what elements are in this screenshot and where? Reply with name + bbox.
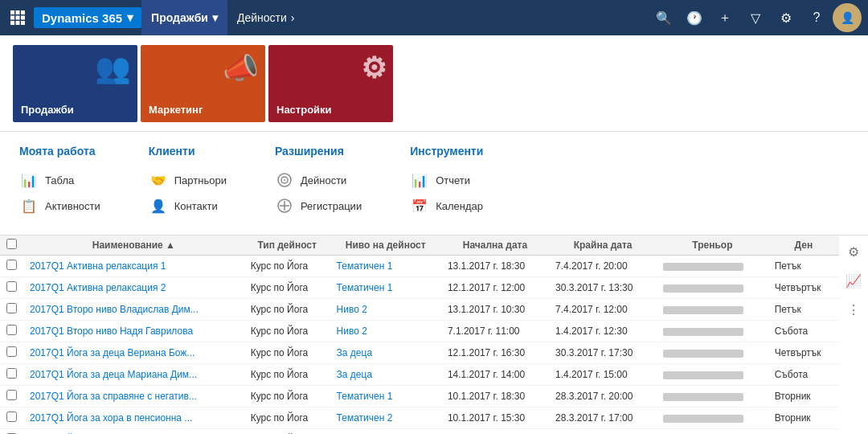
row-level-8[interactable]: Тематичен 1 bbox=[330, 429, 441, 435]
row-checkbox-1[interactable] bbox=[0, 277, 23, 299]
row-name-8[interactable]: 2017Q1 Йога практика според акр... bbox=[23, 429, 244, 435]
row-level-2[interactable]: Ниво 2 bbox=[330, 299, 441, 321]
row-checkbox-3[interactable] bbox=[0, 321, 23, 342]
activities-nav-item[interactable]: Дейности › bbox=[227, 0, 305, 35]
col-type[interactable]: Тип дейност bbox=[244, 235, 330, 256]
row-level-7[interactable]: Тематичен 2 bbox=[330, 407, 441, 429]
row-end-8: 1.4.2017 г. 10:30 bbox=[549, 429, 657, 435]
mega-item-contacts[interactable]: 👤 Контакти bbox=[149, 193, 227, 219]
row-checkbox-4[interactable] bbox=[0, 342, 23, 364]
row-trainer-0 bbox=[657, 256, 768, 277]
col-start[interactable]: Начална дата bbox=[441, 235, 549, 256]
data-table-wrap[interactable]: Наименование ▲ Тип дейност Ниво на дейно… bbox=[0, 235, 868, 434]
user-avatar[interactable]: 👤 bbox=[833, 3, 862, 32]
row-select-2[interactable] bbox=[6, 303, 17, 313]
marketing-app-tile[interactable]: 📣 Маркетинг bbox=[141, 45, 265, 122]
row-start-1: 12.1.2017 г. 12:00 bbox=[441, 277, 549, 299]
row-day-5: Събота bbox=[768, 364, 839, 386]
mega-item-partners[interactable]: 🤝 Партньори bbox=[149, 167, 227, 193]
mega-col-my-work-title: Моята работа bbox=[19, 145, 100, 158]
sales-nav-label: Продажби bbox=[151, 11, 208, 24]
row-level-5[interactable]: За деца bbox=[330, 364, 441, 386]
col-trainer[interactable]: Треньор bbox=[657, 235, 768, 256]
row-level-1[interactable]: Тематичен 1 bbox=[330, 277, 441, 299]
reports-icon: 📊 bbox=[410, 170, 429, 190]
row-name-2[interactable]: 2017Q1 Второ ниво Владислав Дим... bbox=[23, 299, 244, 321]
col-day[interactable]: Ден bbox=[768, 235, 839, 256]
select-all-checkbox[interactable] bbox=[6, 239, 17, 249]
settings-app-tile[interactable]: ⚙ Настройки bbox=[268, 45, 393, 122]
row-checkbox-0[interactable] bbox=[0, 256, 23, 277]
brand-title: Dynamics 365 bbox=[42, 11, 122, 25]
sales-tile-icon: 👥 bbox=[95, 51, 131, 85]
row-checkbox-8[interactable] bbox=[0, 429, 23, 435]
row-day-3: Събота bbox=[768, 321, 839, 342]
row-checkbox-6[interactable] bbox=[0, 386, 23, 407]
row-select-5[interactable] bbox=[6, 368, 17, 379]
row-level-3[interactable]: Ниво 2 bbox=[330, 321, 441, 342]
row-level-0[interactable]: Тематичен 1 bbox=[330, 256, 441, 277]
add-icon[interactable]: ＋ bbox=[710, 3, 739, 32]
sales-nav-item[interactable]: Продажби ▾ bbox=[141, 0, 227, 35]
row-name-4[interactable]: 2017Q1 Йога за деца Вериана Бож... bbox=[23, 342, 244, 364]
right-panel-more-icon[interactable]: ⋮ bbox=[841, 297, 866, 322]
svg-rect-0 bbox=[10, 10, 14, 14]
waffle-menu-icon[interactable] bbox=[6, 6, 29, 29]
row-name-1[interactable]: 2017Q1 Активна релаксация 2 bbox=[23, 277, 244, 299]
col-level[interactable]: Ниво на дейност bbox=[330, 235, 441, 256]
mega-item-ext-activities[interactable]: Дейности bbox=[275, 167, 362, 193]
row-end-7: 28.3.2017 г. 17:00 bbox=[549, 407, 657, 429]
row-day-7: Вторник bbox=[768, 407, 839, 429]
settings-tile-label: Настройки bbox=[276, 104, 332, 116]
row-checkbox-5[interactable] bbox=[0, 364, 23, 386]
right-panel-gear-icon[interactable]: ⚙ bbox=[841, 239, 866, 264]
row-select-3[interactable] bbox=[6, 325, 17, 335]
svg-rect-1 bbox=[16, 10, 20, 14]
row-name-7[interactable]: 2017Q1 Йога за хора в пенсионна ... bbox=[23, 407, 244, 429]
activities-nav-chevron: › bbox=[291, 11, 295, 24]
table-row: 2017Q1 Активна релаксация 2 Курс по Йога… bbox=[0, 277, 839, 299]
row-select-1[interactable] bbox=[6, 281, 17, 292]
row-checkbox-7[interactable] bbox=[0, 407, 23, 429]
filter-icon[interactable]: ▽ bbox=[741, 3, 770, 32]
mega-item-activities[interactable]: 📋 Активности bbox=[19, 193, 100, 219]
row-select-0[interactable] bbox=[6, 260, 17, 270]
top-nav-bar: Dynamics 365 ▾ Продажби ▾ Дейности › 🔍 🕐… bbox=[0, 0, 868, 35]
row-select-4[interactable] bbox=[6, 346, 17, 357]
row-start-2: 13.1.2017 г. 10:30 bbox=[441, 299, 549, 321]
row-type-7: Курс по Йога bbox=[244, 407, 330, 429]
sales-app-tile[interactable]: 👥 Продажби bbox=[13, 45, 137, 122]
mega-item-registrations[interactable]: Регистрации bbox=[275, 193, 362, 219]
marketing-tile-label: Маркетинг bbox=[149, 104, 203, 116]
row-select-7[interactable] bbox=[6, 411, 17, 422]
row-name-6[interactable]: 2017Q1 Йога за справяне с негатив... bbox=[23, 386, 244, 407]
row-level-6[interactable]: Тематичен 1 bbox=[330, 386, 441, 407]
row-name-0[interactable]: 2017Q1 Активна релаксация 1 bbox=[23, 256, 244, 277]
row-select-6[interactable] bbox=[6, 390, 17, 400]
row-level-4[interactable]: За деца bbox=[330, 342, 441, 364]
row-trainer-6 bbox=[657, 386, 768, 407]
recent-icon[interactable]: 🕐 bbox=[680, 3, 709, 32]
settings-icon[interactable]: ⚙ bbox=[772, 3, 800, 32]
dashboard-icon: 📊 bbox=[19, 170, 39, 190]
mega-item-calendar[interactable]: 📅 Календар bbox=[410, 193, 483, 219]
search-icon[interactable]: 🔍 bbox=[649, 3, 678, 32]
mega-col-tools: Инструменти 📊 Отчети 📅 Календар bbox=[410, 145, 483, 219]
brand-button[interactable]: Dynamics 365 ▾ bbox=[34, 7, 141, 28]
svg-point-11 bbox=[284, 179, 285, 181]
mega-item-dashboard[interactable]: 📊 Табла bbox=[19, 167, 100, 193]
svg-rect-8 bbox=[21, 21, 25, 25]
col-end[interactable]: Крайна дата bbox=[549, 235, 657, 256]
right-panel-chart-icon[interactable]: 📈 bbox=[841, 268, 866, 293]
mega-item-reports-label: Отчети bbox=[436, 174, 470, 186]
mega-item-reports[interactable]: 📊 Отчети bbox=[410, 167, 483, 193]
row-start-8: 7.1.2017 г. 9:00 bbox=[441, 429, 549, 435]
col-name[interactable]: Наименование ▲ bbox=[23, 235, 244, 256]
help-icon[interactable]: ? bbox=[802, 3, 831, 32]
row-type-1: Курс по Йога bbox=[244, 277, 330, 299]
row-name-3[interactable]: 2017Q1 Второ ниво Надя Гаврилова bbox=[23, 321, 244, 342]
row-name-5[interactable]: 2017Q1 Йога за деца Мариана Дим... bbox=[23, 364, 244, 386]
row-checkbox-2[interactable] bbox=[0, 299, 23, 321]
mega-item-calendar-label: Календар bbox=[436, 200, 483, 212]
main-content: Наименование ▲ Тип дейност Ниво на дейно… bbox=[0, 235, 868, 434]
